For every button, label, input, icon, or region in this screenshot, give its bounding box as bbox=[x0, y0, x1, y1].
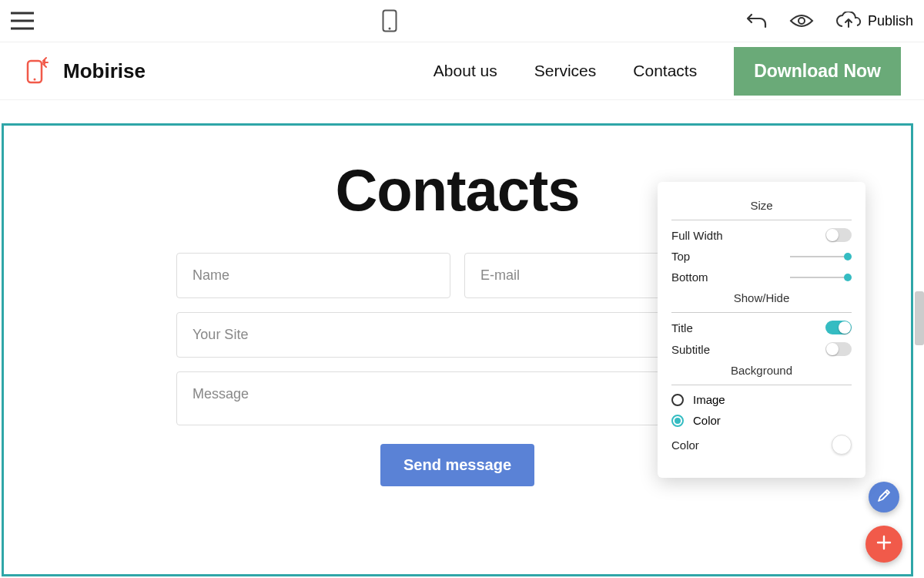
download-now-button[interactable]: Download Now bbox=[734, 47, 901, 96]
full-width-toggle[interactable] bbox=[825, 228, 852, 242]
full-width-label: Full Width bbox=[671, 229, 723, 242]
name-input[interactable] bbox=[176, 253, 450, 298]
title-toggle[interactable] bbox=[825, 321, 852, 334]
bg-image-radio-row[interactable]: Image bbox=[671, 393, 852, 406]
divider bbox=[671, 220, 852, 220]
appbar-left bbox=[11, 12, 34, 30]
plus-icon bbox=[875, 534, 892, 554]
block-settings-popover: Size Full Width Top Bottom Show/Hide Tit… bbox=[658, 182, 865, 478]
app-toolbar: Publish bbox=[0, 0, 924, 42]
edit-styles-fab[interactable] bbox=[869, 482, 899, 512]
message-input[interactable] bbox=[176, 371, 738, 425]
bg-color-label: Color bbox=[693, 414, 721, 427]
radio-icon bbox=[671, 394, 684, 406]
publish-button[interactable]: Publish bbox=[835, 12, 913, 30]
bottom-slider[interactable] bbox=[790, 277, 852, 278]
radio-icon bbox=[671, 415, 684, 427]
color-label: Color bbox=[671, 439, 699, 452]
top-slider[interactable] bbox=[790, 256, 852, 257]
site-input[interactable] bbox=[176, 312, 738, 358]
cloud-upload-icon bbox=[835, 12, 862, 30]
device-mobile-icon[interactable] bbox=[382, 9, 397, 32]
scrollbar-thumb[interactable] bbox=[915, 291, 924, 345]
title-toggle-label: Title bbox=[671, 321, 693, 334]
subtitle-toggle[interactable] bbox=[825, 342, 852, 356]
svg-point-4 bbox=[34, 79, 36, 81]
bg-color-radio-row[interactable]: Color bbox=[671, 414, 852, 427]
publish-label: Publish bbox=[868, 13, 913, 29]
send-message-button[interactable]: Send message bbox=[380, 444, 534, 486]
add-block-fab[interactable] bbox=[865, 526, 902, 563]
top-label: Top bbox=[671, 250, 690, 263]
site-nav: About us Services Contacts Download Now bbox=[434, 47, 901, 96]
svg-point-1 bbox=[389, 28, 391, 30]
nav-contacts[interactable]: Contacts bbox=[633, 62, 697, 80]
appbar-right: Publish bbox=[746, 12, 913, 30]
color-swatch[interactable] bbox=[832, 435, 852, 455]
contact-form: Send message bbox=[176, 253, 738, 486]
undo-icon[interactable] bbox=[746, 12, 768, 30]
divider bbox=[671, 385, 852, 385]
svg-point-2 bbox=[798, 18, 805, 24]
brand-logo-icon[interactable] bbox=[23, 56, 52, 86]
subtitle-toggle-label: Subtitle bbox=[671, 343, 710, 356]
section-size-title: Size bbox=[671, 199, 852, 212]
section-background-title: Background bbox=[671, 364, 852, 377]
divider bbox=[671, 312, 852, 313]
pencil-icon bbox=[877, 489, 891, 506]
section-showhide-title: Show/Hide bbox=[671, 291, 852, 304]
appbar-center bbox=[382, 9, 397, 32]
menu-icon[interactable] bbox=[11, 12, 34, 30]
preview-eye-icon[interactable] bbox=[789, 13, 814, 29]
brand-name[interactable]: Mobirise bbox=[63, 59, 146, 83]
bottom-label: Bottom bbox=[671, 271, 708, 284]
site-header: Mobirise About us Services Contacts Down… bbox=[0, 42, 924, 100]
bg-image-label: Image bbox=[693, 393, 725, 406]
nav-about[interactable]: About us bbox=[434, 62, 497, 80]
nav-services[interactable]: Services bbox=[534, 62, 597, 80]
